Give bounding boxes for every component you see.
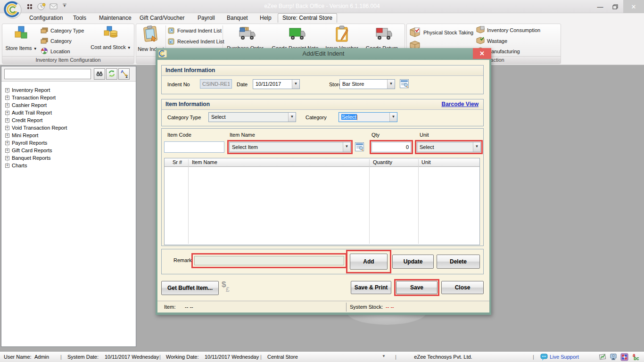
app-window: { "window": { "title": "eZee Burrp! Back… bbox=[0, 0, 644, 362]
wastage-button[interactable]: Wastage bbox=[476, 37, 507, 45]
tree-item[interactable]: +Transaction Report bbox=[5, 94, 67, 101]
item-name-label: Item Name bbox=[230, 132, 255, 138]
expand-icon[interactable]: + bbox=[5, 126, 9, 130]
item-code-field[interactable] bbox=[164, 141, 224, 153]
tree-item[interactable]: +Gift Card Reports bbox=[5, 147, 67, 154]
category-label: Category bbox=[305, 115, 327, 120]
store-items-button[interactable]: Store Items ▼ bbox=[5, 25, 38, 54]
physical-stock-taking-button[interactable]: Physical Stock Taking bbox=[409, 27, 473, 38]
tree-item[interactable]: +Void Transaction Report bbox=[5, 124, 67, 132]
restore-button[interactable] bbox=[608, 0, 622, 13]
tree-item[interactable]: +Credit Report bbox=[5, 116, 67, 124]
expand-icon[interactable]: + bbox=[5, 111, 9, 115]
sort-az-icon: A z bbox=[120, 70, 128, 78]
quick-access-mail-icon[interactable] bbox=[50, 3, 58, 10]
delete-button[interactable]: Delete bbox=[437, 255, 480, 269]
menu-tools[interactable]: Tools bbox=[73, 15, 86, 21]
expand-icon[interactable]: + bbox=[5, 141, 9, 145]
received-indent-list-button[interactable]: Received Indent List bbox=[168, 38, 224, 45]
live-support-link[interactable]: Live Support bbox=[550, 354, 579, 360]
chevron-down-icon: ▼ bbox=[292, 80, 299, 89]
get-buffet-item-button[interactable]: Get Buffet Item... bbox=[161, 281, 219, 295]
currency-icon[interactable]: $ £ bbox=[222, 280, 234, 296]
update-button[interactable]: Update bbox=[392, 255, 434, 269]
date-dropdown[interactable]: 10/11/2017▼ bbox=[253, 79, 300, 89]
location-button[interactable]: Location bbox=[41, 48, 70, 55]
tab-store-central-store[interactable]: Store: Central Store bbox=[278, 13, 337, 23]
forward-indent-list-button[interactable]: Forward Indent List bbox=[168, 27, 222, 34]
item-grid[interactable]: Sr # Item Name Quantity Unit bbox=[164, 158, 480, 245]
minimize-button[interactable]: — bbox=[593, 0, 607, 13]
save-and-print-button[interactable]: Save & Print bbox=[351, 281, 391, 294]
forward-indent-list-icon bbox=[168, 27, 175, 35]
menu-configuration[interactable]: Configuration bbox=[29, 15, 63, 21]
title-bar: eZee Burrp! Back Office - Version 6.1.18… bbox=[0, 0, 644, 13]
category-dropdown[interactable]: Select▼ bbox=[339, 112, 397, 122]
colored-dots-icon[interactable] bbox=[620, 353, 628, 362]
status-bar: User Name: Admin | System Date: 10/11/20… bbox=[0, 351, 644, 362]
cost-and-stock-button[interactable]: Cost and Stock ▼ bbox=[89, 25, 133, 54]
item-status-label: Item: bbox=[164, 304, 175, 310]
system-date-value: 10/11/2017 Wednesday bbox=[105, 354, 159, 360]
store-selector[interactable]: Central Store bbox=[267, 354, 298, 360]
item-lookup-icon[interactable] bbox=[355, 142, 364, 151]
expand-icon[interactable]: + bbox=[5, 118, 9, 123]
category-type-dropdown[interactable]: Select▼ bbox=[208, 112, 296, 122]
inventory-consumption-button[interactable]: Inventory Consumption bbox=[476, 26, 540, 34]
dialog-close-button[interactable]: ✕ bbox=[473, 48, 491, 59]
unit-highlight bbox=[415, 140, 483, 154]
item-name-highlight bbox=[227, 140, 353, 154]
system-stock-label: System Stock: bbox=[350, 304, 383, 310]
store-lookup-icon[interactable] bbox=[400, 79, 409, 88]
tree-item[interactable]: +Banquet Reports bbox=[5, 154, 67, 162]
close-button[interactable]: Close bbox=[441, 281, 484, 294]
menu-help[interactable]: Help bbox=[260, 15, 272, 21]
remark-highlight bbox=[191, 253, 347, 268]
quick-access-clock-icon[interactable] bbox=[37, 2, 46, 11]
remark-label: Remark bbox=[173, 257, 192, 263]
tree-item[interactable]: +Charts bbox=[5, 162, 67, 169]
remote-monitor-icon[interactable] bbox=[610, 353, 618, 362]
expand-icon[interactable]: + bbox=[5, 88, 9, 92]
store-selector-arrow-icon[interactable]: ▼ bbox=[382, 354, 386, 358]
close-window-button[interactable]: ✕ bbox=[623, 0, 644, 13]
report-search-input[interactable] bbox=[4, 69, 91, 79]
ezee-logo-icon bbox=[4, 1, 22, 19]
barcode-view-link[interactable]: Barcode View bbox=[442, 99, 479, 109]
expand-icon[interactable]: + bbox=[5, 156, 9, 160]
quick-access-grid-icon[interactable] bbox=[26, 3, 33, 10]
tree-item[interactable]: +Inventory Report bbox=[5, 86, 67, 94]
refresh-button[interactable] bbox=[106, 68, 117, 80]
expand-icon[interactable]: + bbox=[5, 148, 9, 153]
expand-icon[interactable]: + bbox=[5, 133, 9, 138]
category-type-label: Category Type bbox=[167, 115, 201, 120]
expand-icon[interactable]: + bbox=[5, 103, 9, 107]
col-sr: Sr # bbox=[173, 159, 182, 165]
category-type-icon bbox=[41, 27, 48, 34]
user-name-label: User Name: bbox=[4, 354, 32, 360]
physical-stock-taking-icon bbox=[409, 27, 421, 38]
menu-banquet[interactable]: Banquet bbox=[227, 15, 248, 21]
tree-item[interactable]: +Payroll Reports bbox=[5, 139, 67, 147]
qty-label: Qty bbox=[372, 132, 380, 138]
menu-maintenance[interactable]: Maintenance bbox=[99, 15, 132, 21]
tree-item[interactable]: +Audit Trail Report bbox=[5, 109, 67, 116]
menu-gift-card-voucher[interactable]: Gift Card/Voucher bbox=[140, 15, 184, 21]
sort-az-button[interactable]: A z bbox=[118, 68, 130, 80]
tree-item[interactable]: +Mini Report bbox=[5, 132, 67, 139]
unit-label: Unit bbox=[420, 132, 429, 138]
window-title: eZee Burrp! Back Office - Version 6.1.18… bbox=[0, 3, 644, 9]
presentation-icon[interactable] bbox=[599, 353, 607, 362]
store-dropdown[interactable]: Bar Store▼ bbox=[339, 79, 395, 89]
menu-payroll[interactable]: Payroll bbox=[198, 15, 215, 21]
tree-item[interactable]: +Cashier Report bbox=[5, 101, 67, 109]
expand-icon[interactable]: + bbox=[5, 164, 9, 168]
category-type-button[interactable]: Category Type bbox=[41, 27, 84, 34]
category-button[interactable]: Category bbox=[41, 37, 72, 45]
quick-access-customize-icon[interactable]: ▼ bbox=[62, 4, 67, 9]
search-button[interactable] bbox=[94, 68, 105, 80]
expand-icon[interactable]: + bbox=[5, 96, 9, 100]
indent-no-field bbox=[200, 79, 232, 89]
spell-check-icon[interactable]: a bc bbox=[632, 353, 640, 361]
category-icon bbox=[41, 38, 48, 45]
